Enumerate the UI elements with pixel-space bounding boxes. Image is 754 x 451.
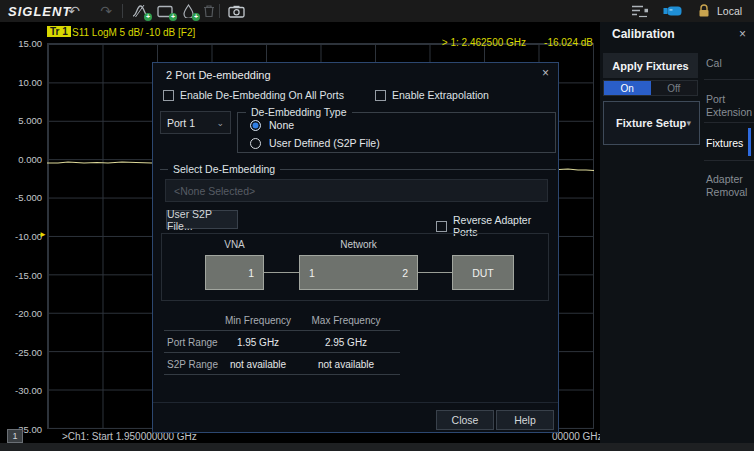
tab-fixtures[interactable]: Fixtures: [706, 137, 752, 150]
dialog-close-icon[interactable]: ×: [542, 67, 549, 79]
radio-user-defined[interactable]: User Defined (S2P File): [250, 137, 380, 149]
group-legend: Select De-Embedding: [168, 163, 280, 175]
bottom-strip: [0, 443, 754, 451]
panel-title: Calibration: [612, 27, 675, 41]
dut-box: DUT: [452, 255, 514, 290]
chevron-down-icon: ⌄: [216, 118, 224, 128]
de-embedding-file-field[interactable]: <None Selected>: [165, 179, 548, 202]
table-header-min: Min Frequency: [213, 315, 303, 326]
connection-diagram: VNA Network 1 1 2 DUT: [161, 233, 549, 301]
fixture-setup-label: Fixture Setup: [616, 117, 686, 129]
radio-selected-icon: [250, 120, 261, 131]
checkbox-icon: [436, 221, 447, 232]
vna-port-number: 1: [248, 267, 254, 279]
network-port2-number: 2: [402, 267, 408, 279]
chevron-down-icon: ▾: [686, 118, 699, 128]
de-embedding-type-group: De-Embedding Type None User Defined (S2P…: [237, 112, 556, 153]
table-cell: not available: [213, 359, 303, 370]
toggle-on-button[interactable]: On: [604, 81, 651, 95]
file-field-value: <None Selected>: [174, 185, 255, 197]
port-select-dropdown[interactable]: Port 1 ⌄: [160, 111, 231, 134]
radio-none[interactable]: None: [250, 119, 294, 131]
table-line: [164, 352, 400, 353]
channel-badge[interactable]: 1: [7, 429, 23, 443]
tab-adapter-removal[interactable]: Adapter Removal: [706, 173, 752, 199]
panel-close-icon[interactable]: ×: [739, 28, 746, 40]
vna-box: 1: [205, 255, 264, 290]
table-cell: not available: [301, 359, 391, 370]
help-button[interactable]: Help: [496, 410, 554, 430]
group-legend: De-Embedding Type: [246, 106, 352, 118]
footer-divider: [153, 402, 558, 403]
user-s2p-file-button[interactable]: User S2P File...: [166, 210, 238, 229]
table-header-max: Max Frequency: [301, 315, 391, 326]
active-tab-indicator: [748, 128, 751, 156]
tab-divider: [704, 160, 754, 161]
apply-fixtures-label: Apply Fixtures: [603, 53, 698, 78]
dialog-title: 2 Port De-embedding: [166, 69, 271, 81]
table-cell: 1.95 GHz: [213, 337, 303, 348]
tab-cal[interactable]: Cal: [706, 57, 752, 70]
network-port1-number: 1: [309, 267, 315, 279]
table-line: [164, 374, 400, 375]
close-button[interactable]: Close: [436, 410, 494, 430]
button-label: User S2P File...: [167, 208, 237, 232]
toggle-off-button[interactable]: Off: [651, 81, 698, 95]
port-select-value: Port 1: [167, 117, 195, 129]
de-embedding-dialog: 2 Port De-embedding × Enable De-Embeddin…: [152, 62, 559, 433]
wire: [264, 272, 299, 273]
tab-divider: [704, 79, 754, 80]
wire: [418, 272, 452, 273]
checkbox-label: Enable Extrapolation: [392, 89, 489, 101]
radio-label: User Defined (S2P File): [269, 137, 380, 149]
fixture-setup-dropdown[interactable]: Fixture Setup ▾: [603, 101, 700, 145]
radio-label: None: [269, 119, 294, 131]
checkbox-icon: [375, 90, 386, 101]
network-box: 1 2: [299, 255, 418, 290]
button-label: Help: [514, 414, 536, 426]
button-label: Close: [452, 414, 479, 426]
table-row-label: S2P Range: [167, 359, 218, 370]
channel-stop-readout: 00000 GHz: [552, 431, 603, 442]
apply-fixtures-toggle: On Off: [603, 80, 698, 96]
radio-icon: [250, 138, 261, 149]
vna-label: VNA: [205, 239, 264, 250]
checkbox-label: Enable De-Embedding On All Ports: [180, 89, 344, 101]
dut-label: DUT: [472, 267, 494, 279]
calibration-panel: Calibration × Apply Fixtures On Off Fixt…: [600, 22, 754, 443]
tab-port-extension[interactable]: Port Extension: [706, 93, 752, 119]
checkbox-icon: [163, 90, 174, 101]
tab-divider: [704, 122, 754, 123]
table-cell: 2.95 GHz: [301, 337, 391, 348]
enable-all-ports-checkbox[interactable]: Enable De-Embedding On All Ports: [163, 89, 344, 101]
network-label: Network: [299, 239, 418, 250]
enable-extrapolation-checkbox[interactable]: Enable Extrapolation: [375, 89, 489, 101]
table-row-label: Port Range: [167, 337, 218, 348]
table-line: [164, 330, 400, 331]
